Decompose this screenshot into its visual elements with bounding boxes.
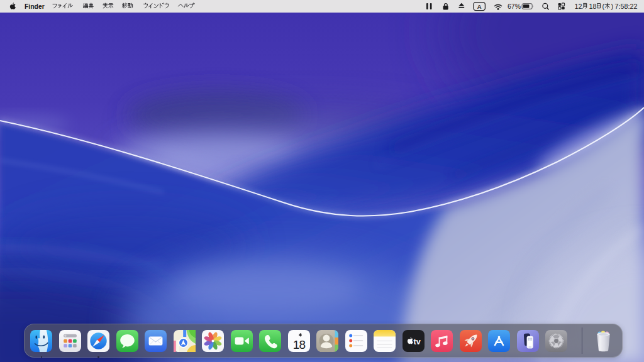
svg-text:A: A	[477, 3, 482, 10]
svg-text:67%: 67%	[508, 3, 521, 10]
svg-text:12: 12	[575, 3, 582, 10]
svg-text:Finder: Finder	[25, 3, 45, 10]
svg-text:): )	[611, 3, 614, 10]
svg-text:18: 18	[589, 3, 597, 10]
svg-text:18: 18	[292, 338, 305, 351]
svg-text:tv: tv	[413, 337, 420, 346]
svg-text:(: (	[602, 3, 605, 10]
svg-text:7:58:22: 7:58:22	[615, 3, 638, 10]
